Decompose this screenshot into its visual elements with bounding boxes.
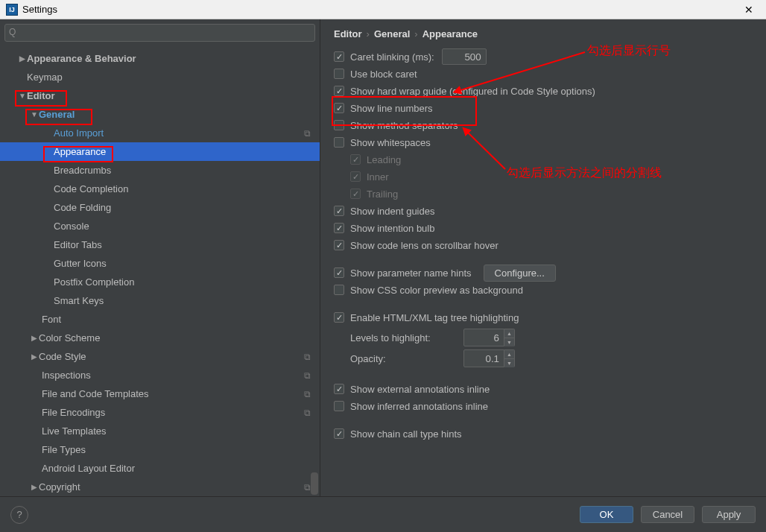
apply-button[interactable]: Apply [702, 506, 756, 523]
opt-css-preview[interactable]: Show CSS color preview as background [334, 282, 753, 298]
tree-code-completion[interactable]: Code Completion [0, 180, 320, 198]
app-logo-icon: IJ [6, 4, 18, 16]
opt-trailing: Trailing [334, 186, 753, 202]
chevron-right-icon: ▶ [30, 352, 39, 361]
checkbox-icon[interactable] [334, 240, 344, 250]
settings-tree: ▶ Appearance & Behavior Keymap ▼ Editor … [0, 46, 320, 496]
checkbox-icon [350, 154, 361, 165]
checkbox-icon [350, 171, 361, 182]
opt-inner: Inner [334, 168, 753, 185]
opt-indent-guides[interactable]: Show indent guides [334, 203, 753, 219]
opt-whitespaces[interactable]: Show whitespaces [334, 134, 753, 151]
copy-icon: ⧉ [304, 389, 311, 399]
checkbox-icon[interactable] [334, 428, 344, 439]
field-levels: Levels to highlight: ▲▼ [350, 329, 753, 346]
tree-keymap[interactable]: Keymap [0, 68, 320, 86]
opt-inferred-ann[interactable]: Show inferred annotations inline [334, 398, 753, 414]
tree-file-code-templates[interactable]: File and Code Templates ⧉ [0, 384, 320, 403]
tree-file-types[interactable]: File Types [0, 440, 320, 459]
tree-auto-import[interactable]: Auto Import ⧉ [0, 124, 320, 142]
checkbox-icon[interactable] [334, 285, 344, 295]
tree-color-scheme[interactable]: ▶ Color Scheme [0, 329, 320, 347]
copy-icon: ⧉ [304, 408, 311, 418]
breadcrumb: Editor›General›Appearance [334, 28, 753, 39]
tree-live-templates[interactable]: Live Templates [0, 422, 320, 440]
titlebar: IJ Settings ✕ [0, 0, 766, 19]
tree-gutter-icons[interactable]: Gutter Icons [0, 254, 320, 273]
checkbox-icon[interactable] [334, 223, 344, 233]
tree-file-encodings[interactable]: File Encodings ⧉ [0, 403, 320, 422]
tree-inspections[interactable]: Inspections ⧉ [0, 366, 320, 384]
sidebar: Q ▶ Appearance & Behavior Keymap ▼ Edito… [0, 19, 320, 496]
checkbox-icon[interactable] [334, 137, 344, 148]
help-icon[interactable]: ? [10, 506, 28, 524]
spinner-down-icon[interactable]: ▼ [504, 338, 514, 346]
field-opacity: Opacity: ▲▼ [350, 349, 753, 367]
tree-breadcrumbs[interactable]: Breadcrumbs [0, 161, 320, 180]
scrollbar[interactable] [311, 472, 318, 495]
content-panel: Editor›General›Appearance Caret blinking… [320, 19, 766, 496]
search-input[interactable] [4, 24, 315, 42]
tree-appearance[interactable]: Appearance [0, 142, 320, 161]
tree-console[interactable]: Console [0, 217, 320, 235]
chevron-right-icon: ▶ [30, 334, 39, 342]
opt-leading: Leading [334, 151, 753, 168]
checkbox-icon[interactable] [334, 120, 344, 130]
window-title: Settings [22, 4, 738, 15]
opt-method-separators[interactable]: Show method separators [334, 117, 753, 133]
tree-editor-tabs[interactable]: Editor Tabs [0, 235, 320, 254]
spinner-down-icon[interactable]: ▼ [504, 359, 514, 367]
tree-font[interactable]: Font [0, 310, 320, 329]
copy-icon: ⧉ [304, 370, 311, 381]
caret-blinking-input[interactable] [442, 48, 487, 65]
tree-code-folding[interactable]: Code Folding [0, 198, 320, 217]
opt-html-xml[interactable]: Enable HTML/XML tag tree highlighting [334, 309, 753, 326]
checkbox-icon[interactable] [334, 51, 344, 62]
tree-android-layout-editor[interactable]: Android Layout Editor [0, 459, 320, 478]
opt-external-ann[interactable]: Show external annotations inline [334, 381, 753, 397]
tree-postfix-completion[interactable]: Postfix Completion [0, 273, 320, 291]
tree-appearance-behavior[interactable]: ▶ Appearance & Behavior [0, 49, 320, 68]
tree-editor[interactable]: ▼ Editor [0, 86, 320, 105]
checkbox-icon[interactable] [334, 384, 344, 394]
opacity-input[interactable] [463, 349, 504, 367]
opt-code-lens[interactable]: Show code lens on scrollbar hover [334, 237, 753, 253]
checkbox-icon[interactable] [334, 103, 344, 113]
spinner-up-icon[interactable]: ▲ [504, 350, 514, 359]
opt-chain-hints[interactable]: Show chain call type hints [334, 425, 753, 442]
opt-param-hints[interactable]: Show parameter name hints Configure... [334, 265, 753, 281]
configure-button[interactable]: Configure... [484, 265, 556, 282]
footer: ? OK Cancel Apply [0, 496, 766, 532]
checkbox-icon [350, 189, 361, 199]
tree-smart-keys[interactable]: Smart Keys [0, 291, 320, 310]
ok-button[interactable]: OK [580, 506, 633, 523]
opt-block-caret[interactable]: Use block caret [334, 66, 753, 82]
checkbox-icon[interactable] [334, 312, 344, 323]
cancel-button[interactable]: Cancel [641, 506, 694, 523]
checkbox-icon[interactable] [334, 206, 344, 216]
chevron-down-icon: ▼ [30, 110, 39, 118]
checkbox-icon[interactable] [334, 86, 344, 96]
copy-icon: ⧉ [304, 352, 311, 362]
checkbox-icon[interactable] [334, 267, 344, 278]
checkbox-icon[interactable] [334, 69, 344, 79]
chevron-right-icon: ▶ [30, 483, 39, 491]
opt-line-numbers[interactable]: Show line numbers [334, 100, 753, 116]
checkbox-icon[interactable] [334, 401, 344, 411]
tree-general[interactable]: ▼ General [0, 105, 320, 124]
opt-caret-blinking[interactable]: Caret blinking (ms): [334, 48, 753, 65]
chevron-right-icon: ▶ [18, 54, 27, 63]
copy-icon: ⧉ [304, 482, 311, 493]
levels-input[interactable] [463, 329, 504, 346]
spinner-up-icon[interactable]: ▲ [504, 329, 514, 338]
tree-copyright[interactable]: ▶ Copyright ⧉ [0, 478, 320, 496]
close-icon[interactable]: ✕ [738, 4, 760, 16]
opt-intention-bulb[interactable]: Show intention bulb [334, 220, 753, 236]
chevron-down-icon: ▼ [18, 92, 27, 100]
copy-icon: ⧉ [304, 128, 311, 139]
opt-hard-wrap[interactable]: Show hard wrap guide (configured in Code… [334, 83, 753, 99]
tree-code-style[interactable]: ▶ Code Style ⧉ [0, 347, 320, 366]
